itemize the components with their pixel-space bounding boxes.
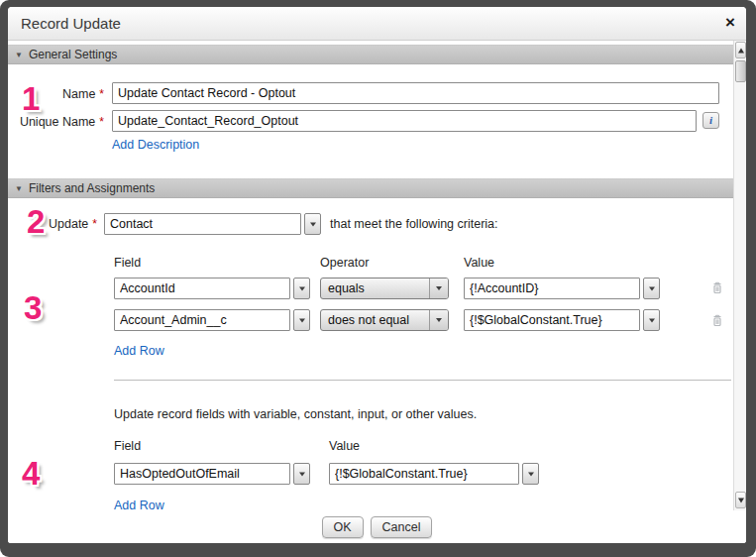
- update-object-input[interactable]: [104, 213, 301, 235]
- add-description-link[interactable]: Add Description: [112, 138, 199, 152]
- record-update-dialog: Record Update × 1 2 3 4 ▼General Setting…: [8, 7, 746, 543]
- section-general-settings-label: General Settings: [29, 48, 117, 61]
- filter-value-dropdown-icon[interactable]: [643, 309, 660, 331]
- filter-operator-value: equals: [328, 281, 365, 295]
- required-asterisk: *: [92, 217, 97, 231]
- required-asterisk: *: [99, 87, 104, 101]
- assignment-field-dropdown-icon[interactable]: [293, 463, 310, 485]
- close-icon[interactable]: ×: [725, 13, 735, 33]
- assignment-field-input[interactable]: [114, 463, 290, 485]
- section-general-settings[interactable]: ▼General Settings: [8, 45, 734, 64]
- ok-button[interactable]: OK: [322, 516, 364, 538]
- annotation-4: 4: [22, 457, 40, 490]
- collapse-triangle-icon: ▼: [15, 184, 23, 193]
- section-divider: [114, 380, 731, 381]
- assignments-description: Update record fields with variable, cons…: [114, 407, 477, 421]
- section-filters-assignments[interactable]: ▼Filters and Assignments: [8, 178, 734, 198]
- filter-field-dropdown-icon[interactable]: [293, 278, 310, 299]
- update-label: Update*: [8, 213, 97, 235]
- modal-frame: Record Update × 1 2 3 4 ▼General Setting…: [0, 0, 756, 557]
- filter-field-dropdown-icon[interactable]: [293, 309, 310, 331]
- filter-value-input[interactable]: [464, 309, 640, 331]
- filter-field-input[interactable]: [114, 278, 290, 299]
- vertical-scrollbar[interactable]: [733, 41, 746, 510]
- filter-value-dropdown-icon[interactable]: [643, 278, 660, 299]
- info-icon[interactable]: i: [702, 112, 719, 129]
- criteria-text: that meet the following criteria:: [330, 217, 498, 231]
- dialog-titlebar: Record Update ×: [8, 7, 746, 41]
- dropdown-arrow-icon: [429, 310, 448, 330]
- annotation-2: 2: [27, 205, 45, 238]
- unique-name-input[interactable]: [112, 110, 697, 132]
- name-input[interactable]: [112, 82, 719, 104]
- cancel-button[interactable]: Cancel: [371, 516, 433, 538]
- delete-row-icon[interactable]: [710, 313, 724, 327]
- scrollbar-thumb[interactable]: [735, 60, 746, 82]
- filter-operator-value: does not equal: [328, 313, 409, 327]
- filter-field-input[interactable]: [114, 309, 290, 331]
- assignment-value-input[interactable]: [329, 463, 519, 485]
- assignment-value-dropdown-icon[interactable]: [522, 463, 539, 485]
- dialog-footer: OK Cancel: [8, 510, 746, 543]
- scroll-down-icon[interactable]: [735, 492, 746, 508]
- delete-row-icon[interactable]: [710, 280, 724, 294]
- scroll-up-icon[interactable]: [735, 42, 746, 58]
- update-object-dropdown-icon[interactable]: [304, 213, 321, 235]
- filter-operator-select[interactable]: equals: [320, 278, 449, 299]
- required-asterisk: *: [99, 115, 104, 129]
- annotation-1: 1: [22, 82, 40, 115]
- assignment-col-value: Value: [329, 439, 360, 453]
- dropdown-arrow-icon: [429, 278, 448, 298]
- filter-value-input[interactable]: [464, 278, 640, 299]
- section-filters-assignments-label: Filters and Assignments: [29, 181, 155, 195]
- filter-col-field: Field: [114, 256, 141, 270]
- filter-col-operator: Operator: [320, 256, 369, 270]
- assignment-col-field: Field: [114, 439, 141, 453]
- dialog-title: Record Update: [21, 15, 121, 32]
- dialog-body: 1 2 3 4 ▼General Settings Name* Unique N…: [8, 41, 746, 510]
- filter-col-value: Value: [464, 256, 494, 270]
- collapse-triangle-icon: ▼: [15, 51, 23, 59]
- annotation-3: 3: [24, 291, 42, 324]
- filters-add-row-link[interactable]: Add Row: [114, 344, 164, 358]
- filter-operator-select[interactable]: does not equal: [320, 309, 449, 331]
